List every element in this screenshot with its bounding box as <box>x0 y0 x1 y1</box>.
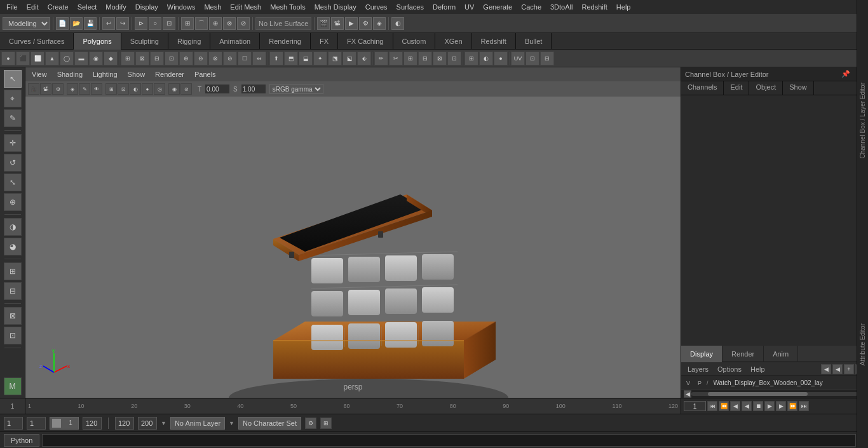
vp-shading-btn[interactable]: ◐ <box>130 83 141 95</box>
start-frame-field[interactable]: 1 <box>4 417 23 430</box>
save-btn[interactable]: 💾 <box>84 17 97 30</box>
viewport-view-menu[interactable]: View <box>29 69 50 79</box>
display-tab[interactable]: Display <box>681 346 722 362</box>
render-seq-btn[interactable]: 📽 <box>331 17 344 30</box>
separate-icon-btn[interactable]: ⊖ <box>194 51 208 65</box>
end-field-2[interactable]: 1 <box>27 417 46 430</box>
layer-playback-btn[interactable]: P <box>695 379 704 388</box>
new-scene-btn[interactable]: 📄 <box>56 17 69 30</box>
sculpt-icon-btn[interactable]: ⊠ <box>135 51 149 65</box>
select-tool-btn[interactable]: ↖ <box>4 70 22 88</box>
hypershade-btn[interactable]: ◈ <box>373 17 386 30</box>
menu-file[interactable]: File <box>3 2 22 12</box>
scale-tool-btn[interactable]: ⤡ <box>4 173 22 191</box>
paint-select-btn[interactable]: ✎ <box>4 109 22 127</box>
playback-end-field[interactable]: 200 <box>138 417 157 430</box>
redo-btn[interactable]: ↪ <box>116 17 129 30</box>
vp-show-btn[interactable]: 👁 <box>91 83 102 95</box>
tl-next-key-btn[interactable]: ⏩ <box>787 401 797 411</box>
display-shaded-btn[interactable]: ◐ <box>479 51 493 65</box>
tl-play-back-btn[interactable]: ◀ <box>742 401 752 411</box>
tl-prev-frame-btn[interactable]: ◀ <box>730 401 740 411</box>
bevel-icon-btn[interactable]: ⬕ <box>342 51 356 65</box>
timeline-ruler[interactable]: 1 10 20 30 40 50 60 70 80 90 100 110 120 <box>25 398 681 414</box>
smooth-icon-btn[interactable]: ☐ <box>238 51 252 65</box>
viewport-panels-menu[interactable]: Panels <box>192 69 219 79</box>
menu-edit[interactable]: Edit <box>23 2 43 12</box>
sphere-icon-btn[interactable]: ● <box>1 51 15 65</box>
move-tool-btn[interactable]: ✛ <box>4 134 22 152</box>
menu-edit-mesh[interactable]: Edit Mesh <box>226 2 265 12</box>
connect-icon-btn[interactable]: ⊞ <box>403 51 417 65</box>
lattice-icon-btn[interactable]: ⊟ <box>150 51 164 65</box>
fill-icon-btn[interactable]: ⬓ <box>299 51 313 65</box>
attribute-editor-side-label[interactable]: Attribute Editor <box>859 321 866 368</box>
undo-btn[interactable]: ↩ <box>102 17 115 30</box>
mode-selector[interactable]: Modeling <box>3 17 50 30</box>
render-tab[interactable]: Render <box>722 346 764 362</box>
menu-3dto[interactable]: 3DtoAll <box>546 2 576 12</box>
grid-btn[interactable]: ⊟ <box>4 282 22 300</box>
color-space-select[interactable]: sRGB gamma <box>269 84 323 94</box>
plane-icon-btn[interactable]: ▬ <box>74 51 88 65</box>
combine-icon-btn[interactable]: ⊕ <box>179 51 193 65</box>
snap-grid-btn[interactable]: ⊞ <box>181 17 194 30</box>
viewport-3d[interactable]: View Shading Lighting Show Renderer Pane… <box>25 67 681 398</box>
attr-btn[interactable]: ⊡ <box>4 327 22 344</box>
menu-uv[interactable]: UV <box>461 2 478 12</box>
menu-modify[interactable]: Modify <box>102 2 130 12</box>
measure-btn[interactable]: ⊠ <box>4 307 22 325</box>
tab-rendering[interactable]: Rendering <box>260 33 311 50</box>
extrude-icon-btn[interactable]: ⬆ <box>269 51 283 65</box>
layer-row-1[interactable]: V P / Watch_Display_Box_Wooden_002_lay <box>681 376 868 390</box>
playback-start-field[interactable]: 120 <box>115 417 134 430</box>
menu-cache[interactable]: Cache <box>517 2 545 12</box>
uv-unfold-btn[interactable]: ⊟ <box>540 51 554 65</box>
soft-select-btn[interactable]: ◑ <box>4 218 22 236</box>
sculpt-btn[interactable]: ◕ <box>4 238 22 255</box>
layers-menu-btn[interactable]: Layers <box>684 365 712 373</box>
layer-nav-fwd-btn[interactable]: ◀ <box>832 364 843 374</box>
tab-sculpting[interactable]: Sculpting <box>121 33 168 50</box>
viewport-shading-menu[interactable]: Shading <box>55 69 85 79</box>
universal-tool-btn[interactable]: ⊕ <box>4 193 22 211</box>
mirror-icon-btn[interactable]: ⇔ <box>252 51 266 65</box>
poke-icon-btn[interactable]: ✦ <box>313 51 327 65</box>
wedge-icon-btn[interactable]: ⬔ <box>328 51 342 65</box>
vp-camera-btn[interactable]: 🎥 <box>28 83 39 95</box>
channels-tab[interactable]: Channels <box>681 81 724 95</box>
vp-aa-btn[interactable]: ⊘ <box>180 83 192 95</box>
layer-nav-back-btn[interactable]: ◀ <box>821 364 831 374</box>
show-hide-tool-btn[interactable]: ⊞ <box>4 262 22 280</box>
python-input[interactable] <box>42 434 856 447</box>
range-start-input[interactable] <box>63 418 78 428</box>
char-set-btn[interactable]: No Character Set <box>238 417 301 430</box>
tab-fx-caching[interactable]: FX Caching <box>338 33 393 50</box>
cylinder-icon-btn[interactable]: ⬜ <box>31 51 44 65</box>
display-smooth-btn[interactable]: ● <box>494 51 508 65</box>
anim-layer-btn[interactable]: No Anim Layer <box>170 417 225 430</box>
select-by-hier-btn[interactable]: ⊳ <box>135 17 147 30</box>
viewport-renderer-menu[interactable]: Renderer <box>153 69 187 79</box>
tab-custom[interactable]: Custom <box>393 33 436 50</box>
object-tab[interactable]: Object <box>749 81 783 95</box>
pen-icon-btn[interactable]: ✏ <box>374 51 388 65</box>
menu-mesh[interactable]: Mesh <box>200 2 225 12</box>
vp-paint-btn[interactable]: ✎ <box>79 83 90 95</box>
tab-animation[interactable]: Animation <box>210 33 260 50</box>
menu-surfaces[interactable]: Surfaces <box>393 2 428 12</box>
lasso-tool-btn[interactable]: ⌖ <box>4 90 22 107</box>
ipr-btn[interactable]: ▶ <box>345 17 358 30</box>
menu-generate[interactable]: Generate <box>479 2 516 12</box>
layer-visibility-btn[interactable]: V <box>684 379 693 388</box>
channel-box-side-label[interactable]: Channel Box / Layer Editor <box>859 80 866 161</box>
tab-fx[interactable]: FX <box>311 33 338 50</box>
current-frame-input[interactable] <box>684 401 706 411</box>
tab-redshift[interactable]: Redshift <box>472 33 516 50</box>
tab-curves-surfaces[interactable]: Curves / Surfaces <box>0 33 74 50</box>
menu-select[interactable]: Select <box>74 2 101 12</box>
layer-add-btn[interactable]: + <box>844 364 854 374</box>
tl-next-frame-btn[interactable]: ▶ <box>776 401 786 411</box>
scale-input[interactable]: 1.00 <box>241 84 266 94</box>
show-tab[interactable]: Show <box>783 81 814 95</box>
